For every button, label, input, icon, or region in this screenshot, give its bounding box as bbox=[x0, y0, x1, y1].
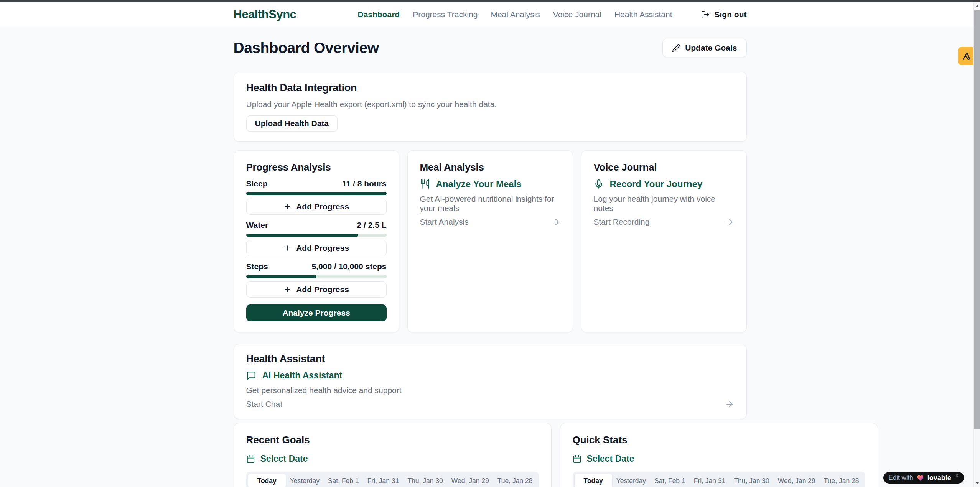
quick-stats-date-tabs: Today Yesterday Sat, Feb 1 Fri, Jan 31 T… bbox=[573, 472, 865, 487]
microphone-icon bbox=[594, 179, 604, 189]
tab-fri-jan-31[interactable]: Fri, Jan 31 bbox=[363, 474, 404, 487]
edit-with-label: Edit with bbox=[889, 474, 913, 482]
tab-tue-jan-28[interactable]: Tue, Jan 28 bbox=[493, 474, 537, 487]
analyze-progress-button[interactable]: Analyze Progress bbox=[246, 304, 387, 321]
app-header: HealthSync Dashboard Progress Tracking M… bbox=[0, 2, 980, 27]
add-progress-sleep-button[interactable]: Add Progress bbox=[246, 199, 387, 215]
tab-thu-jan-30[interactable]: Thu, Jan 30 bbox=[730, 474, 773, 487]
quick-stats-select-date[interactable]: Select Date bbox=[573, 454, 865, 464]
edit-with-lovable-badge[interactable]: Edit with lovable × bbox=[883, 472, 964, 484]
scrollbar-thumb[interactable] bbox=[974, 10, 980, 429]
app-logo[interactable]: HealthSync bbox=[234, 8, 296, 21]
goal-value: 11 / 8 hours bbox=[342, 179, 387, 188]
quick-stats-card: Quick Stats Select Date Today Yesterday … bbox=[560, 423, 878, 487]
add-progress-label: Add Progress bbox=[296, 285, 349, 294]
logout-icon bbox=[701, 10, 710, 19]
tab-yesterday[interactable]: Yesterday bbox=[612, 474, 650, 487]
voice-journal-card: Voice Journal Record Your Journey Log yo… bbox=[581, 150, 747, 332]
peak-logo-icon bbox=[962, 51, 972, 61]
tab-sat-feb-1[interactable]: Sat, Feb 1 bbox=[324, 474, 363, 487]
nav-meal-analysis[interactable]: Meal Analysis bbox=[491, 10, 540, 19]
sign-out-label: Sign out bbox=[715, 10, 747, 19]
recent-goals-select-date[interactable]: Select Date bbox=[246, 454, 539, 464]
progress-bar-water bbox=[246, 234, 387, 237]
calendar-icon bbox=[246, 454, 255, 463]
arrow-right-icon bbox=[725, 217, 734, 227]
add-progress-water-button[interactable]: Add Progress bbox=[246, 240, 387, 256]
scroll-up-arrow[interactable] bbox=[974, 3, 980, 9]
plus-icon bbox=[283, 203, 291, 211]
tab-yesterday[interactable]: Yesterday bbox=[286, 474, 324, 487]
health-assistant-title: Health Assistant bbox=[246, 353, 734, 365]
tab-wed-jan-29[interactable]: Wed, Jan 29 bbox=[774, 474, 820, 487]
update-goals-label: Update Goals bbox=[685, 43, 737, 53]
health-assistant-card: Health Assistant AI Health Assistant Get… bbox=[234, 344, 747, 419]
start-chat-action[interactable]: Start Chat bbox=[246, 400, 734, 409]
plus-icon bbox=[283, 286, 291, 293]
progress-analysis-title: Progress Analysis bbox=[246, 161, 387, 173]
scroll-down-arrow[interactable] bbox=[974, 480, 980, 486]
start-analysis-label: Start Analysis bbox=[420, 217, 469, 227]
utensils-icon bbox=[420, 179, 430, 189]
tab-fri-jan-31[interactable]: Fri, Jan 31 bbox=[690, 474, 730, 487]
start-chat-label: Start Chat bbox=[246, 400, 283, 409]
tab-tue-jan-28[interactable]: Tue, Jan 28 bbox=[820, 474, 863, 487]
tab-thu-jan-30[interactable]: Thu, Jan 30 bbox=[403, 474, 447, 487]
health-assistant-description: Get personalized health advice and suppo… bbox=[246, 386, 734, 395]
lovable-label: lovable bbox=[927, 474, 951, 482]
chat-bubble-icon bbox=[246, 371, 256, 381]
health-data-title: Health Data Integration bbox=[246, 82, 734, 94]
health-data-integration-card: Health Data Integration Upload your Appl… bbox=[234, 72, 747, 142]
voice-journal-description: Log your health journey with voice notes bbox=[594, 194, 734, 213]
record-your-journey-label: Record Your Journey bbox=[610, 179, 703, 189]
record-your-journey-link[interactable]: Record Your Journey bbox=[594, 179, 734, 189]
calendar-icon bbox=[573, 454, 581, 463]
select-date-label: Select Date bbox=[587, 454, 634, 464]
update-goals-button[interactable]: Update Goals bbox=[662, 39, 746, 57]
start-recording-action[interactable]: Start Recording bbox=[594, 217, 734, 227]
goal-label: Steps bbox=[246, 262, 268, 271]
sign-out-button[interactable]: Sign out bbox=[701, 10, 747, 19]
main-content: Dashboard Overview Update Goals Health D… bbox=[234, 39, 747, 487]
nav-dashboard[interactable]: Dashboard bbox=[358, 10, 400, 19]
goal-label: Sleep bbox=[246, 179, 268, 188]
arrow-right-icon bbox=[725, 400, 734, 409]
plus-icon bbox=[283, 244, 291, 252]
main-nav: Dashboard Progress Tracking Meal Analysi… bbox=[358, 10, 747, 19]
nav-voice-journal[interactable]: Voice Journal bbox=[553, 10, 601, 19]
progress-analysis-card: Progress Analysis Sleep 11 / 8 hours Add… bbox=[234, 150, 399, 332]
ai-health-assistant-link[interactable]: AI Health Assistant bbox=[246, 370, 734, 381]
progress-bar-steps bbox=[246, 275, 387, 278]
assistant-widget-button[interactable] bbox=[958, 47, 975, 65]
goal-sleep: Sleep 11 / 8 hours Add Progress bbox=[246, 179, 387, 215]
add-progress-label: Add Progress bbox=[296, 243, 349, 253]
recent-goals-card: Recent Goals Select Date Today Yesterday… bbox=[234, 423, 552, 487]
nav-health-assistant[interactable]: Health Assistant bbox=[614, 10, 672, 19]
goal-value: 2 / 2.5 L bbox=[357, 220, 386, 230]
tab-today[interactable]: Today bbox=[248, 474, 286, 487]
meal-analysis-title: Meal Analysis bbox=[420, 161, 560, 173]
voice-journal-title: Voice Journal bbox=[594, 161, 734, 173]
analyze-your-meals-label: Analyze Your Meals bbox=[436, 179, 522, 189]
arrow-right-icon bbox=[551, 217, 560, 227]
upload-health-data-button[interactable]: Upload Health Data bbox=[246, 115, 338, 132]
meal-analysis-description: Get AI-powered nutritional insights for … bbox=[420, 194, 560, 213]
ai-health-assistant-label: AI Health Assistant bbox=[262, 370, 343, 381]
tab-wed-jan-29[interactable]: Wed, Jan 29 bbox=[447, 474, 493, 487]
page-title: Dashboard Overview bbox=[234, 39, 379, 56]
add-progress-steps-button[interactable]: Add Progress bbox=[246, 281, 387, 298]
goal-value: 5,000 / 10,000 steps bbox=[312, 262, 387, 271]
start-analysis-action[interactable]: Start Analysis bbox=[420, 217, 560, 227]
select-date-label: Select Date bbox=[260, 454, 308, 464]
goal-steps: Steps 5,000 / 10,000 steps Add Progress bbox=[246, 262, 387, 298]
goal-label: Water bbox=[246, 220, 268, 230]
meal-analysis-card: Meal Analysis Analyze Your Meals Get AI-… bbox=[407, 150, 573, 332]
tab-today[interactable]: Today bbox=[575, 474, 612, 487]
vertical-scrollbar[interactable] bbox=[973, 2, 980, 487]
nav-progress-tracking[interactable]: Progress Tracking bbox=[413, 10, 478, 19]
tab-sat-feb-1[interactable]: Sat, Feb 1 bbox=[650, 474, 690, 487]
quick-stats-title: Quick Stats bbox=[573, 434, 865, 446]
close-icon[interactable]: × bbox=[955, 472, 959, 479]
analyze-your-meals-link[interactable]: Analyze Your Meals bbox=[420, 179, 560, 189]
start-recording-label: Start Recording bbox=[594, 217, 650, 227]
